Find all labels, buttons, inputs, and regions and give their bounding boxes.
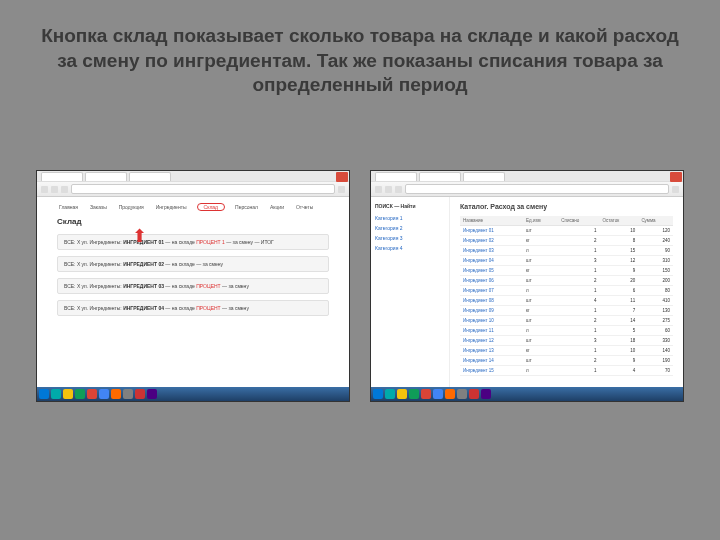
taskbar-icon[interactable] bbox=[135, 389, 145, 399]
taskbar-icon[interactable] bbox=[51, 389, 61, 399]
table-cell: 5 bbox=[599, 326, 638, 336]
sidebar-item[interactable]: Категория 2 bbox=[375, 223, 445, 233]
table-row[interactable]: Ингредиент 14шт29190 bbox=[460, 356, 673, 366]
taskbar-icon[interactable] bbox=[111, 389, 121, 399]
menu-item[interactable]: Отчеты bbox=[294, 203, 315, 211]
refresh-icon[interactable] bbox=[395, 186, 402, 193]
table-cell: шт bbox=[523, 276, 558, 286]
back-icon[interactable] bbox=[41, 186, 48, 193]
sidebar-search[interactable]: ПОИСК — Найти bbox=[375, 201, 445, 213]
taskbar-icon[interactable] bbox=[63, 389, 73, 399]
table-row[interactable]: Ингредиент 03л11590 bbox=[460, 246, 673, 256]
table-cell: л bbox=[523, 286, 558, 296]
menu-icon[interactable] bbox=[338, 186, 345, 193]
forward-icon[interactable] bbox=[385, 186, 392, 193]
menu-item[interactable]: Заказы bbox=[88, 203, 109, 211]
table-cell: кг bbox=[523, 266, 558, 276]
ingredients-table: НазваниеЕд.измСписаноОстатокСумма Ингред… bbox=[460, 216, 673, 376]
slide: Кнопка склад показывает сколько товара н… bbox=[0, 0, 720, 540]
table-cell: 9 bbox=[599, 356, 638, 366]
refresh-icon[interactable] bbox=[61, 186, 68, 193]
taskbar-icon[interactable] bbox=[385, 389, 395, 399]
taskbar-icon[interactable] bbox=[99, 389, 109, 399]
browser-tab[interactable] bbox=[85, 172, 127, 181]
table-cell: 2 bbox=[558, 316, 599, 326]
table-row[interactable]: Ингредиент 01шт110120 bbox=[460, 226, 673, 236]
table-row[interactable]: Ингредиент 02кг28240 bbox=[460, 236, 673, 246]
table-cell: 1 bbox=[558, 246, 599, 256]
table-cell: 9 bbox=[599, 266, 638, 276]
table-cell: 1 bbox=[558, 226, 599, 236]
browser-tab[interactable] bbox=[463, 172, 505, 181]
table-row[interactable]: Ингредиент 09кг17130 bbox=[460, 306, 673, 316]
taskbar-icon[interactable] bbox=[469, 389, 479, 399]
menu-item[interactable]: Склад bbox=[197, 203, 225, 211]
menu-item[interactable]: Главная bbox=[57, 203, 80, 211]
back-icon[interactable] bbox=[375, 186, 382, 193]
slide-title: Кнопка склад показывает сколько товара н… bbox=[30, 24, 690, 98]
table-cell: Ингредиент 06 bbox=[460, 276, 523, 286]
table-row[interactable]: Ингредиент 04шт312310 bbox=[460, 256, 673, 266]
table-cell: 2 bbox=[558, 276, 599, 286]
browser-tab[interactable] bbox=[41, 172, 83, 181]
sidebar-item[interactable]: Категория 1 bbox=[375, 213, 445, 223]
taskbar-icon[interactable] bbox=[445, 389, 455, 399]
taskbar-icon[interactable] bbox=[39, 389, 49, 399]
menu-item[interactable]: Продукция bbox=[117, 203, 146, 211]
close-icon[interactable] bbox=[336, 172, 348, 182]
menu-icon[interactable] bbox=[672, 186, 679, 193]
taskbar-icon[interactable] bbox=[481, 389, 491, 399]
browser-tab[interactable] bbox=[129, 172, 171, 181]
table-cell: Ингредиент 11 bbox=[460, 326, 523, 336]
taskbar-icon[interactable] bbox=[123, 389, 133, 399]
forward-icon[interactable] bbox=[51, 186, 58, 193]
table-row[interactable]: Ингредиент 12шт318330 bbox=[460, 336, 673, 346]
sidebar: ПОИСК — Найти Категория 1Категория 2Кате… bbox=[371, 197, 450, 389]
sidebar-item[interactable]: Категория 3 bbox=[375, 233, 445, 243]
table-header: Ед.изм bbox=[523, 216, 558, 226]
table-cell: Ингредиент 13 bbox=[460, 346, 523, 356]
menu-item[interactable]: Ингредиенты bbox=[154, 203, 189, 211]
table-row[interactable]: Ингредиент 11л1560 bbox=[460, 326, 673, 336]
table-row[interactable]: Ингредиент 10шт214275 bbox=[460, 316, 673, 326]
taskbar-icon[interactable] bbox=[409, 389, 419, 399]
table-cell: Ингредиент 15 bbox=[460, 366, 523, 376]
table-cell: 60 bbox=[638, 326, 673, 336]
taskbar-icon[interactable] bbox=[397, 389, 407, 399]
taskbar-icon[interactable] bbox=[75, 389, 85, 399]
browser-tab[interactable] bbox=[419, 172, 461, 181]
table-row[interactable]: Ингредиент 13кг110140 bbox=[460, 346, 673, 356]
table-cell: шт bbox=[523, 296, 558, 306]
table-row[interactable]: Ингредиент 05кг19150 bbox=[460, 266, 673, 276]
taskbar-icon[interactable] bbox=[433, 389, 443, 399]
table-row[interactable]: Ингредиент 08шт411410 bbox=[460, 296, 673, 306]
table-cell: 310 bbox=[638, 256, 673, 266]
menu-item[interactable]: Персонал bbox=[233, 203, 260, 211]
screenshot-left: ГлавнаяЗаказыПродукцияИнгредиентыСкладПе… bbox=[36, 170, 350, 402]
table-row[interactable]: Ингредиент 15л1470 bbox=[460, 366, 673, 376]
right-content: ПОИСК — Найти Категория 1Категория 2Кате… bbox=[371, 197, 683, 389]
table-cell: л bbox=[523, 366, 558, 376]
taskbar-icon[interactable] bbox=[147, 389, 157, 399]
table-cell: Ингредиент 14 bbox=[460, 356, 523, 366]
taskbar-icon[interactable] bbox=[87, 389, 97, 399]
table-cell: Ингредиент 02 bbox=[460, 236, 523, 246]
table-cell: 130 bbox=[638, 306, 673, 316]
close-icon[interactable] bbox=[670, 172, 682, 182]
address-bar[interactable] bbox=[405, 184, 669, 194]
table-cell: Ингредиент 10 bbox=[460, 316, 523, 326]
table-row[interactable]: Ингредиент 07л1680 bbox=[460, 286, 673, 296]
table-row[interactable]: Ингредиент 06шт220200 bbox=[460, 276, 673, 286]
taskbar-icon[interactable] bbox=[421, 389, 431, 399]
table-header: Списано bbox=[558, 216, 599, 226]
browser-tab[interactable] bbox=[375, 172, 417, 181]
table-cell: Ингредиент 12 bbox=[460, 336, 523, 346]
sidebar-item[interactable]: Категория 4 bbox=[375, 243, 445, 253]
table-cell: 275 bbox=[638, 316, 673, 326]
table-cell: 80 bbox=[638, 286, 673, 296]
taskbar-icon[interactable] bbox=[373, 389, 383, 399]
table-cell: 140 bbox=[638, 346, 673, 356]
menu-item[interactable]: Акции bbox=[268, 203, 286, 211]
address-bar[interactable] bbox=[71, 184, 335, 194]
taskbar-icon[interactable] bbox=[457, 389, 467, 399]
